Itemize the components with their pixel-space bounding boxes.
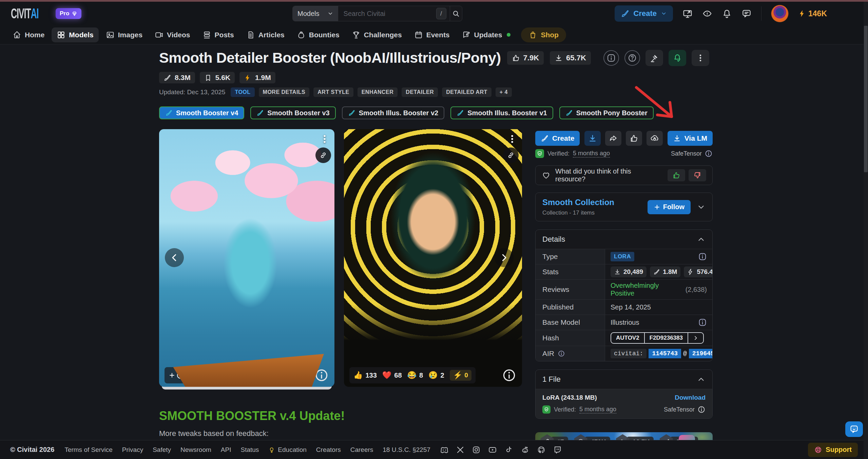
x-twitter-icon[interactable]: [456, 446, 464, 454]
air-model-id[interactable]: 1145743: [649, 349, 681, 358]
footer-link-api[interactable]: API: [221, 446, 231, 454]
verified-time[interactable]: 5 months ago: [573, 150, 610, 158]
thumbs-up-button[interactable]: [668, 169, 685, 181]
content-visibility-eye-icon[interactable]: [702, 8, 712, 19]
files-header[interactable]: 1 File: [536, 370, 712, 389]
hash-expand[interactable]: [688, 333, 703, 343]
footer-link-education[interactable]: Education: [268, 446, 307, 454]
like-button[interactable]: [626, 131, 642, 146]
nav-item-posts[interactable]: Posts: [197, 27, 239, 42]
image-menu-dots-icon[interactable]: [320, 134, 330, 144]
carousel-next-button[interactable]: [495, 248, 514, 267]
info-icon[interactable]: [698, 252, 707, 261]
tiktok-icon[interactable]: [504, 445, 513, 454]
scrollbar-thumb[interactable]: [864, 26, 868, 172]
pro-badge[interactable]: Pro: [56, 8, 81, 19]
notify-following-button[interactable]: [669, 50, 686, 66]
reaction-heart[interactable]: ❤️68: [382, 371, 402, 380]
footer-link-privacy[interactable]: Privacy: [122, 446, 143, 454]
tag-tool[interactable]: TOOL: [231, 87, 254, 97]
nav-item-videos[interactable]: Videos: [150, 27, 195, 42]
help-button[interactable]: [624, 50, 640, 66]
messages-chat-icon[interactable]: [741, 8, 752, 19]
add-reaction-button[interactable]: [169, 371, 185, 380]
page-scrollbar[interactable]: [864, 0, 868, 459]
hash-pill[interactable]: AUTOV2 F2D9236383: [611, 332, 704, 344]
carousel-prev-button[interactable]: [165, 248, 184, 267]
info-icon[interactable]: [558, 350, 565, 357]
buzz-balance[interactable]: 146K: [798, 9, 827, 18]
image-menu-dots-icon[interactable]: [507, 134, 517, 144]
user-avatar[interactable]: [771, 5, 789, 22]
search-category-select[interactable]: Models: [293, 6, 338, 21]
reaction-heart[interactable]: ❤️92: [219, 371, 239, 380]
version-tab-illus-v2[interactable]: Smooth Illus. Booster v2: [342, 106, 444, 119]
footer-link-safety[interactable]: Safety: [153, 446, 171, 454]
more-options-button[interactable]: [692, 50, 709, 66]
feedback-chat-fab[interactable]: [845, 421, 863, 437]
footer-link-terms[interactable]: Terms of Service: [64, 446, 112, 454]
nav-item-updates[interactable]: Updates: [457, 27, 516, 42]
reaction-buzz[interactable]: ⚡0: [269, 370, 291, 381]
image-resource-link-button[interactable]: [503, 147, 519, 163]
moderation-gavel-button[interactable]: [645, 50, 663, 66]
download-model-button[interactable]: [584, 131, 601, 146]
tag[interactable]: ART STYLE: [313, 87, 353, 97]
footer-link-newsroom[interactable]: Newsroom: [180, 446, 211, 454]
tag[interactable]: DETAILED ART: [442, 87, 491, 97]
github-icon[interactable]: [537, 445, 546, 454]
generator-monitor-icon[interactable]: [682, 8, 693, 19]
nav-item-bounties[interactable]: Bounties: [292, 27, 345, 42]
tag[interactable]: MORE DETAILS: [259, 87, 310, 97]
civitai-logo[interactable]: CIVIT AI: [11, 5, 35, 22]
info-icon[interactable]: [705, 149, 713, 158]
follow-collection-button[interactable]: Follow: [648, 200, 691, 214]
image-info-button[interactable]: [502, 368, 517, 383]
nav-item-challenges[interactable]: Challenges: [347, 27, 407, 42]
support-button[interactable]: Support: [808, 443, 858, 457]
notifications-bell-icon[interactable]: [722, 8, 732, 19]
vault-save-button[interactable]: [647, 131, 663, 146]
collection-expand-chevron[interactable]: [697, 203, 706, 212]
reaction-like[interactable]: 👍133: [353, 371, 377, 380]
energy-count-badge[interactable]: 1.9M: [239, 72, 275, 83]
version-tab-pony[interactable]: Smooth Pony Booster: [559, 106, 654, 119]
thumbs-down-button[interactable]: [689, 169, 706, 181]
reviews-link[interactable]: Overwhelmingly Positive: [611, 282, 682, 297]
reaction-laugh[interactable]: 😂14: [244, 371, 264, 380]
info-icon[interactable]: [697, 405, 706, 414]
nav-item-articles[interactable]: Articles: [241, 27, 290, 42]
air-version-id[interactable]: 2196453: [689, 349, 713, 358]
info-icon[interactable]: [698, 318, 707, 327]
nav-item-events[interactable]: Events: [409, 27, 455, 42]
reaction-cry[interactable]: 😢2: [428, 371, 444, 380]
file-download-link[interactable]: Download: [675, 394, 706, 401]
image-info-button[interactable]: [314, 368, 329, 383]
search-input[interactable]: [344, 10, 433, 18]
nav-item-images[interactable]: Images: [101, 27, 148, 42]
gallery-image-1[interactable]: 👍239 ❤️92 😂14 ⚡0: [159, 129, 334, 387]
model-info-button[interactable]: [603, 50, 619, 66]
twitch-icon[interactable]: [553, 445, 562, 454]
downloads-badge[interactable]: 65.7K: [550, 51, 591, 65]
reaction-buzz[interactable]: ⚡0: [450, 370, 471, 381]
reaction-laugh[interactable]: 😂8: [407, 371, 423, 380]
tag[interactable]: ENHANCER: [358, 87, 398, 97]
footer-link-2257[interactable]: 18 U.S.C. §2257: [383, 446, 430, 454]
instagram-icon[interactable]: [472, 445, 481, 454]
bookmark-count-badge[interactable]: 5.6K: [200, 72, 235, 83]
details-header[interactable]: Details: [536, 230, 712, 249]
share-button[interactable]: [605, 131, 621, 146]
footer-link-careers[interactable]: Careers: [350, 446, 373, 454]
search-button[interactable]: [450, 6, 462, 21]
header-create-button[interactable]: Create: [615, 5, 673, 22]
tag-more[interactable]: + 4: [496, 87, 512, 97]
youtube-icon[interactable]: [488, 445, 497, 454]
likes-badge[interactable]: 7.9K: [507, 51, 544, 65]
tag[interactable]: DETAILER: [402, 87, 438, 97]
nav-item-shop[interactable]: Shop: [521, 27, 566, 42]
nav-item-models[interactable]: Models: [52, 27, 98, 42]
verified-time[interactable]: 5 months ago: [579, 406, 616, 414]
version-tab-illus-v1[interactable]: Smooth Illus. Booster v1: [450, 106, 553, 119]
collection-link[interactable]: Smooth Collection: [542, 198, 614, 207]
